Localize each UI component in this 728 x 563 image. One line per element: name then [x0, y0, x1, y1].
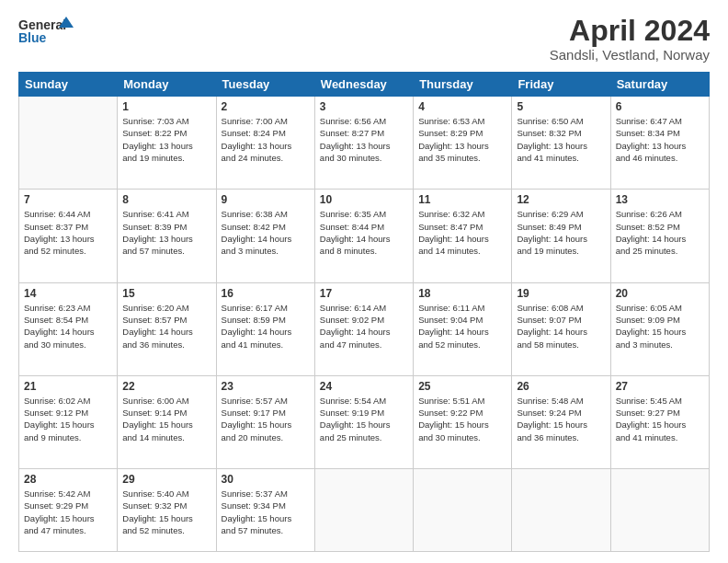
table-cell: 30Sunrise: 5:37 AMSunset: 9:34 PMDayligh… [216, 469, 314, 552]
table-cell: 29Sunrise: 5:40 AMSunset: 9:32 PMDayligh… [118, 469, 216, 552]
logo-svg: General Blue [18, 15, 74, 48]
table-cell: 12Sunrise: 6:29 AMSunset: 8:49 PMDayligh… [512, 190, 610, 282]
day-number: 3 [320, 100, 408, 113]
day-info: Sunrise: 5:51 AMSunset: 9:22 PMDaylight:… [418, 395, 506, 443]
day-number: 15 [122, 287, 210, 300]
day-number: 24 [320, 380, 408, 393]
table-cell [512, 469, 610, 552]
title-block: April 2024 Sandsli, Vestland, Norway [550, 15, 710, 63]
day-info: Sunrise: 6:35 AMSunset: 8:44 PMDaylight:… [320, 208, 408, 257]
day-number: 17 [320, 287, 408, 300]
calendar-week-4: 21Sunrise: 6:02 AMSunset: 9:12 PMDayligh… [19, 375, 710, 468]
table-cell: 11Sunrise: 6:32 AMSunset: 8:47 PMDayligh… [414, 190, 512, 282]
day-number: 9 [222, 193, 310, 206]
table-cell: 6Sunrise: 6:47 AMSunset: 8:34 PMDaylight… [610, 97, 709, 190]
day-number: 19 [517, 287, 605, 300]
header-wednesday: Wednesday [314, 73, 413, 97]
header-sunday: Sunday [19, 73, 118, 97]
table-cell: 14Sunrise: 6:23 AMSunset: 8:54 PMDayligh… [19, 282, 118, 375]
table-cell: 8Sunrise: 6:41 AMSunset: 8:39 PMDaylight… [118, 190, 216, 282]
day-info: Sunrise: 6:38 AMSunset: 8:42 PMDaylight:… [222, 208, 310, 257]
location: Sandsli, Vestland, Norway [550, 47, 710, 63]
table-cell: 15Sunrise: 6:20 AMSunset: 8:57 PMDayligh… [118, 282, 216, 375]
table-cell: 10Sunrise: 6:35 AMSunset: 8:44 PMDayligh… [314, 190, 413, 282]
day-info: Sunrise: 6:00 AMSunset: 9:14 PMDaylight:… [122, 395, 210, 443]
table-cell: 22Sunrise: 6:00 AMSunset: 9:14 PMDayligh… [118, 375, 216, 468]
day-number: 10 [320, 193, 408, 206]
calendar-table: Sunday Monday Tuesday Wednesday Thursday… [18, 72, 710, 552]
day-number: 26 [517, 380, 605, 393]
day-number: 29 [122, 473, 210, 486]
day-info: Sunrise: 5:54 AMSunset: 9:19 PMDaylight:… [320, 395, 408, 443]
day-info: Sunrise: 5:42 AMSunset: 9:29 PMDaylight:… [24, 488, 112, 536]
table-cell: 3Sunrise: 6:56 AMSunset: 8:27 PMDaylight… [314, 97, 413, 190]
day-info: Sunrise: 6:56 AMSunset: 8:27 PMDaylight:… [320, 115, 408, 164]
table-cell: 26Sunrise: 5:48 AMSunset: 9:24 PMDayligh… [512, 375, 610, 468]
header-thursday: Thursday [414, 73, 512, 97]
table-cell: 9Sunrise: 6:38 AMSunset: 8:42 PMDaylight… [216, 190, 314, 282]
day-info: Sunrise: 6:29 AMSunset: 8:49 PMDaylight:… [517, 208, 605, 257]
day-number: 8 [122, 193, 210, 206]
day-info: Sunrise: 6:44 AMSunset: 8:37 PMDaylight:… [24, 208, 112, 257]
table-cell [19, 97, 118, 190]
day-info: Sunrise: 6:05 AMSunset: 9:09 PMDaylight:… [616, 302, 704, 350]
day-info: Sunrise: 5:45 AMSunset: 9:27 PMDaylight:… [616, 395, 704, 443]
table-cell: 20Sunrise: 6:05 AMSunset: 9:09 PMDayligh… [610, 282, 709, 375]
day-number: 1 [122, 100, 210, 113]
day-info: Sunrise: 5:37 AMSunset: 9:34 PMDaylight:… [222, 488, 310, 536]
table-cell: 27Sunrise: 5:45 AMSunset: 9:27 PMDayligh… [610, 375, 709, 468]
svg-text:Blue: Blue [18, 30, 47, 45]
table-cell: 28Sunrise: 5:42 AMSunset: 9:29 PMDayligh… [19, 469, 118, 552]
day-info: Sunrise: 7:00 AMSunset: 8:24 PMDaylight:… [222, 115, 310, 164]
page: General Blue April 2024 Sandsli, Vestlan… [0, 0, 728, 563]
logo: General Blue [18, 15, 74, 48]
day-number: 23 [222, 380, 310, 393]
day-info: Sunrise: 6:14 AMSunset: 9:02 PMDaylight:… [320, 302, 408, 350]
day-number: 12 [517, 193, 605, 206]
table-cell: 18Sunrise: 6:11 AMSunset: 9:04 PMDayligh… [414, 282, 512, 375]
table-cell: 1Sunrise: 7:03 AMSunset: 8:22 PMDaylight… [118, 97, 216, 190]
day-info: Sunrise: 6:41 AMSunset: 8:39 PMDaylight:… [122, 208, 210, 257]
day-info: Sunrise: 6:02 AMSunset: 9:12 PMDaylight:… [24, 395, 112, 443]
header-friday: Friday [512, 73, 610, 97]
month-title: April 2024 [550, 15, 710, 47]
calendar-week-3: 14Sunrise: 6:23 AMSunset: 8:54 PMDayligh… [19, 282, 710, 375]
table-cell [610, 469, 709, 552]
day-number: 25 [418, 380, 506, 393]
header: General Blue April 2024 Sandsli, Vestlan… [18, 15, 710, 63]
day-info: Sunrise: 6:26 AMSunset: 8:52 PMDaylight:… [616, 208, 704, 257]
day-info: Sunrise: 6:08 AMSunset: 9:07 PMDaylight:… [517, 302, 605, 350]
calendar-header-row: Sunday Monday Tuesday Wednesday Thursday… [19, 73, 710, 97]
day-number: 28 [24, 473, 112, 486]
header-saturday: Saturday [610, 73, 709, 97]
calendar-week-2: 7Sunrise: 6:44 AMSunset: 8:37 PMDaylight… [19, 190, 710, 282]
day-info: Sunrise: 5:40 AMSunset: 9:32 PMDaylight:… [122, 488, 210, 536]
day-number: 18 [418, 287, 506, 300]
day-number: 7 [24, 193, 112, 206]
calendar-week-5: 28Sunrise: 5:42 AMSunset: 9:29 PMDayligh… [19, 469, 710, 552]
day-number: 4 [418, 100, 506, 113]
day-number: 11 [418, 193, 506, 206]
table-cell: 16Sunrise: 6:17 AMSunset: 8:59 PMDayligh… [216, 282, 314, 375]
table-cell: 17Sunrise: 6:14 AMSunset: 9:02 PMDayligh… [314, 282, 413, 375]
table-cell: 13Sunrise: 6:26 AMSunset: 8:52 PMDayligh… [610, 190, 709, 282]
table-cell: 4Sunrise: 6:53 AMSunset: 8:29 PMDaylight… [414, 97, 512, 190]
table-cell: 2Sunrise: 7:00 AMSunset: 8:24 PMDaylight… [216, 97, 314, 190]
day-info: Sunrise: 6:32 AMSunset: 8:47 PMDaylight:… [418, 208, 506, 257]
table-cell: 24Sunrise: 5:54 AMSunset: 9:19 PMDayligh… [314, 375, 413, 468]
day-info: Sunrise: 6:17 AMSunset: 8:59 PMDaylight:… [222, 302, 310, 350]
day-info: Sunrise: 5:57 AMSunset: 9:17 PMDaylight:… [222, 395, 310, 443]
day-number: 16 [222, 287, 310, 300]
table-cell: 19Sunrise: 6:08 AMSunset: 9:07 PMDayligh… [512, 282, 610, 375]
day-number: 27 [616, 380, 704, 393]
day-info: Sunrise: 6:23 AMSunset: 8:54 PMDaylight:… [24, 302, 112, 350]
table-cell [414, 469, 512, 552]
day-info: Sunrise: 6:20 AMSunset: 8:57 PMDaylight:… [122, 302, 210, 350]
day-number: 13 [616, 193, 704, 206]
calendar-week-1: 1Sunrise: 7:03 AMSunset: 8:22 PMDaylight… [19, 97, 710, 190]
table-cell: 23Sunrise: 5:57 AMSunset: 9:17 PMDayligh… [216, 375, 314, 468]
table-cell: 21Sunrise: 6:02 AMSunset: 9:12 PMDayligh… [19, 375, 118, 468]
day-number: 6 [616, 100, 704, 113]
day-info: Sunrise: 6:47 AMSunset: 8:34 PMDaylight:… [616, 115, 704, 164]
day-number: 22 [122, 380, 210, 393]
